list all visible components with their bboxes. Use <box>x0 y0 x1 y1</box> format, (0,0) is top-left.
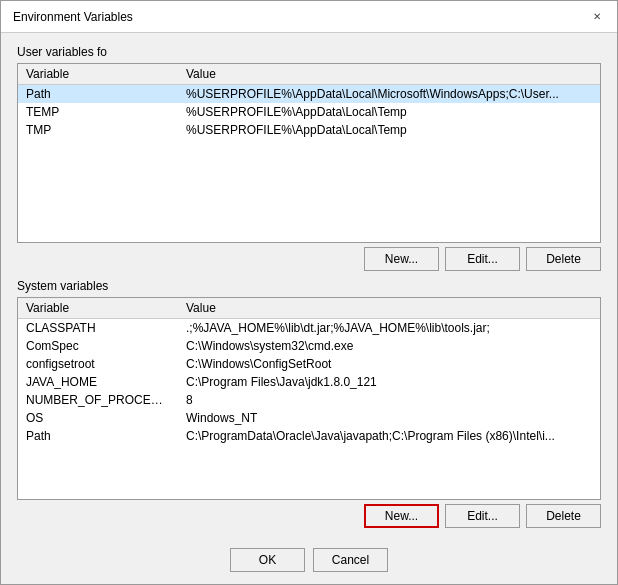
table-row[interactable]: TMP %USERPROFILE%\AppData\Local\Temp <box>18 121 600 139</box>
sys-row-variable: NUMBER_OF_PROCESSORS <box>18 391 178 409</box>
table-row[interactable]: OS Windows_NT <box>18 409 600 427</box>
user-variables-section: User variables fo Variable Value Path %U… <box>17 45 601 271</box>
system-variables-section: System variables Variable Value CL <box>17 279 601 528</box>
system-edit-button[interactable]: Edit... <box>445 504 520 528</box>
sys-row-variable: configsetroot <box>18 355 178 373</box>
system-variables-table-container: Variable Value CLASSPATH .;%JAVA_HOME%\l… <box>17 297 601 500</box>
table-row[interactable]: CLASSPATH .;%JAVA_HOME%\lib\dt.jar;%JAVA… <box>18 319 600 337</box>
sys-row-variable: Path <box>18 427 178 445</box>
sys-row-value: .;%JAVA_HOME%\lib\dt.jar;%JAVA_HOME%\lib… <box>178 319 600 337</box>
user-row-value: %USERPROFILE%\AppData\Local\Temp <box>178 103 600 121</box>
sys-row-value: C:\Program Files\Java\jdk1.8.0_121 <box>178 373 600 391</box>
system-button-row: New... Edit... Delete <box>17 504 601 528</box>
user-col-variable: Variable <box>18 64 178 85</box>
dialog-content: User variables fo Variable Value Path %U… <box>1 33 617 540</box>
user-row-variable: TMP <box>18 121 178 139</box>
sys-row-variable: ComSpec <box>18 337 178 355</box>
ok-button[interactable]: OK <box>230 548 305 572</box>
table-row[interactable]: ComSpec C:\Windows\system32\cmd.exe <box>18 337 600 355</box>
user-button-row: New... Edit... Delete <box>17 247 601 271</box>
sys-col-variable: Variable <box>18 298 178 319</box>
sys-row-variable: JAVA_HOME <box>18 373 178 391</box>
user-row-variable: Path <box>18 85 178 104</box>
sys-row-value: C:\Windows\system32\cmd.exe <box>178 337 600 355</box>
user-new-button[interactable]: New... <box>364 247 439 271</box>
sys-row-value: 8 <box>178 391 600 409</box>
dialog-footer: OK Cancel <box>1 540 617 584</box>
user-variables-table-container: Variable Value Path %USERPROFILE%\AppDat… <box>17 63 601 243</box>
system-table-scroll[interactable]: CLASSPATH .;%JAVA_HOME%\lib\dt.jar;%JAVA… <box>18 319 600 499</box>
dialog-title: Environment Variables <box>13 10 133 24</box>
table-row[interactable]: Path %USERPROFILE%\AppData\Local\Microso… <box>18 85 600 104</box>
system-section-label: System variables <box>17 279 601 293</box>
environment-variables-dialog: Environment Variables ✕ User variables f… <box>0 0 618 585</box>
title-bar: Environment Variables ✕ <box>1 1 617 33</box>
user-row-value: %USERPROFILE%\AppData\Local\Temp <box>178 121 600 139</box>
table-row[interactable]: NUMBER_OF_PROCESSORS 8 <box>18 391 600 409</box>
user-row-variable: TEMP <box>18 103 178 121</box>
table-row[interactable]: Path C:\ProgramData\Oracle\Java\javapath… <box>18 427 600 445</box>
table-row[interactable]: JAVA_HOME C:\Program Files\Java\jdk1.8.0… <box>18 373 600 391</box>
sys-row-value: Windows_NT <box>178 409 600 427</box>
table-row[interactable]: TEMP %USERPROFILE%\AppData\Local\Temp <box>18 103 600 121</box>
system-table-header-table: Variable Value <box>18 298 600 319</box>
title-bar-controls: ✕ <box>589 9 605 25</box>
user-edit-button[interactable]: Edit... <box>445 247 520 271</box>
sys-row-value: C:\ProgramData\Oracle\Java\javapath;C:\P… <box>178 427 600 445</box>
close-button[interactable]: ✕ <box>589 9 605 25</box>
user-table-body: Path %USERPROFILE%\AppData\Local\Microso… <box>18 85 600 140</box>
system-delete-button[interactable]: Delete <box>526 504 601 528</box>
user-delete-button[interactable]: Delete <box>526 247 601 271</box>
system-variables-table: CLASSPATH .;%JAVA_HOME%\lib\dt.jar;%JAVA… <box>18 319 600 445</box>
sys-row-value: C:\Windows\ConfigSetRoot <box>178 355 600 373</box>
user-section-label: User variables fo <box>17 45 601 59</box>
system-new-button[interactable]: New... <box>364 504 439 528</box>
cancel-button[interactable]: Cancel <box>313 548 388 572</box>
user-variables-table: Variable Value Path %USERPROFILE%\AppDat… <box>18 64 600 139</box>
sys-row-variable: CLASSPATH <box>18 319 178 337</box>
system-table-body: CLASSPATH .;%JAVA_HOME%\lib\dt.jar;%JAVA… <box>18 319 600 445</box>
sys-col-value: Value <box>178 298 600 319</box>
user-col-value: Value <box>178 64 600 85</box>
sys-row-variable: OS <box>18 409 178 427</box>
user-row-value: %USERPROFILE%\AppData\Local\Microsoft\Wi… <box>178 85 600 104</box>
user-table-header: Variable Value <box>18 64 600 85</box>
table-row[interactable]: configsetroot C:\Windows\ConfigSetRoot <box>18 355 600 373</box>
